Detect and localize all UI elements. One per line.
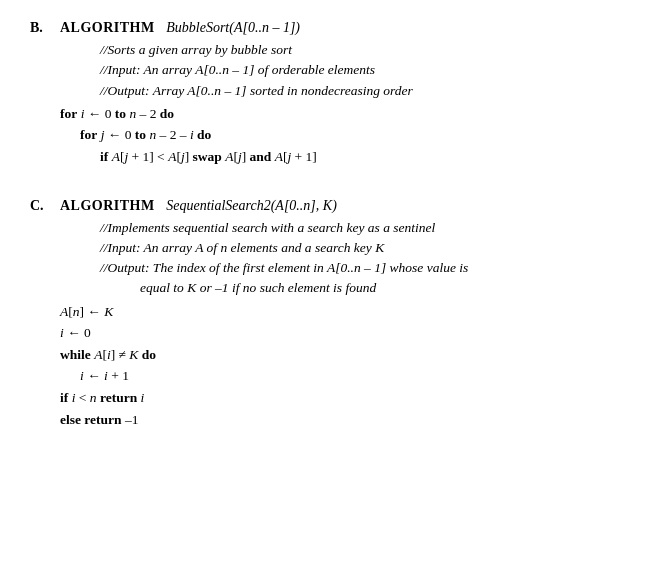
code-c-line-2: i ← 0 xyxy=(60,322,635,344)
comment-c-3: //Output: The index of the first element… xyxy=(100,258,635,278)
section-b-body: ALGORITHM BubbleSort(A[0..n – 1]) //Sort… xyxy=(60,20,635,168)
comment-b-3: //Output: Array A[0..n – 1] sorted in no… xyxy=(100,81,635,101)
algo-c-code: A[n] ← K i ← 0 while A[i] ≠ K do i ← i +… xyxy=(60,301,635,431)
code-b-line-1: for i ← 0 to n – 2 do xyxy=(60,103,635,125)
algo-c-name: SequentialSearch2(A[0..n], K) xyxy=(166,198,337,213)
section-b: B. ALGORITHM BubbleSort(A[0..n – 1]) //S… xyxy=(30,20,635,168)
section-c-label: C. xyxy=(30,198,60,431)
algo-b-keyword: ALGORITHM xyxy=(60,20,155,35)
code-b-line-2: for j ← 0 to n – 2 – i do xyxy=(80,124,635,146)
comment-b-1: //Sorts a given array by bubble sort xyxy=(100,40,635,60)
comment-c-1: //Implements sequential search with a se… xyxy=(100,218,635,238)
comment-c-2: //Input: An array A of n elements and a … xyxy=(100,238,635,258)
code-c-line-4: i ← i + 1 xyxy=(80,365,635,387)
algo-c-comments: //Implements sequential search with a se… xyxy=(80,218,635,299)
section-b-label: B. xyxy=(30,20,60,168)
code-b-line-3: if A[j + 1] < A[j] swap A[j] and A[j + 1… xyxy=(100,146,635,168)
algo-b-name: BubbleSort(A[0..n – 1]) xyxy=(166,20,300,35)
algo-c-keyword: ALGORITHM xyxy=(60,198,155,213)
code-c-line-5: if i < n return i xyxy=(60,387,635,409)
page-content: B. ALGORITHM BubbleSort(A[0..n – 1]) //S… xyxy=(30,20,635,430)
code-c-line-1: A[n] ← K xyxy=(60,301,635,323)
code-c-line-3: while A[i] ≠ K do xyxy=(60,344,635,366)
section-c: C. ALGORITHM SequentialSearch2(A[0..n], … xyxy=(30,198,635,431)
algo-c-header: ALGORITHM SequentialSearch2(A[0..n], K) xyxy=(60,198,635,214)
code-c-line-6: else return –1 xyxy=(60,409,635,431)
algo-b-comments: //Sorts a given array by bubble sort //I… xyxy=(80,40,635,101)
comment-b-2: //Input: An array A[0..n – 1] of orderab… xyxy=(100,60,635,80)
algo-b-code: for i ← 0 to n – 2 do for j ← 0 to n – 2… xyxy=(60,103,635,168)
comment-c-4: equal to K or –1 if no such element is f… xyxy=(140,278,635,298)
section-c-body: ALGORITHM SequentialSearch2(A[0..n], K) … xyxy=(60,198,635,431)
algo-b-header: ALGORITHM BubbleSort(A[0..n – 1]) xyxy=(60,20,635,36)
